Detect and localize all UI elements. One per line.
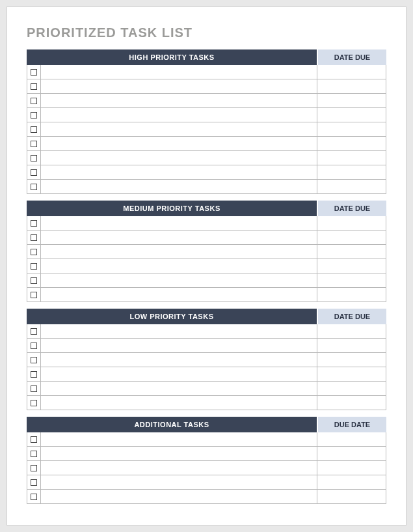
checkbox-cell[interactable]: [27, 180, 41, 193]
checkbox-icon: [31, 112, 37, 119]
date-cell[interactable]: [317, 180, 386, 193]
date-cell[interactable]: [317, 461, 386, 475]
checkbox-icon: [31, 263, 37, 270]
header-row: LOW PRIORITY TASKS DATE DUE: [27, 309, 386, 324]
checkbox-cell[interactable]: [27, 108, 41, 122]
task-cell[interactable]: [41, 231, 317, 244]
task-cell[interactable]: [41, 65, 317, 79]
checkbox-cell[interactable]: [27, 259, 41, 273]
date-cell[interactable]: [317, 79, 386, 93]
date-cell[interactable]: [317, 94, 386, 107]
task-cell[interactable]: [41, 108, 317, 122]
date-cell[interactable]: [317, 231, 386, 244]
checkbox-cell[interactable]: [27, 396, 41, 410]
date-cell[interactable]: [317, 382, 386, 395]
task-header: MEDIUM PRIORITY TASKS: [27, 201, 318, 216]
checkbox-cell[interactable]: [27, 151, 41, 165]
task-cell[interactable]: [41, 165, 317, 179]
date-cell[interactable]: [317, 108, 386, 122]
date-cell[interactable]: [317, 273, 386, 287]
checkbox-cell[interactable]: [27, 165, 41, 179]
checkbox-cell[interactable]: [27, 353, 41, 367]
date-cell[interactable]: [317, 396, 386, 410]
section-additional: ADDITIONAL TASKS DUE DATE: [27, 417, 386, 504]
table-row: [27, 475, 386, 490]
task-cell[interactable]: [41, 273, 317, 287]
task-cell[interactable]: [41, 475, 317, 489]
task-cell[interactable]: [41, 79, 317, 93]
date-cell[interactable]: [317, 288, 386, 301]
checkbox-icon: [31, 400, 37, 406]
date-cell[interactable]: [317, 245, 386, 259]
date-cell[interactable]: [317, 353, 386, 367]
task-cell[interactable]: [41, 259, 317, 273]
checkbox-cell[interactable]: [27, 245, 41, 259]
task-cell[interactable]: [41, 353, 317, 367]
checkbox-icon: [31, 436, 37, 443]
task-cell[interactable]: [41, 324, 317, 338]
checkbox-cell[interactable]: [27, 231, 41, 244]
checkbox-cell[interactable]: [27, 432, 41, 446]
date-cell[interactable]: [317, 367, 386, 381]
task-header: ADDITIONAL TASKS: [27, 417, 318, 432]
checkbox-cell[interactable]: [27, 273, 41, 287]
task-cell[interactable]: [41, 137, 317, 150]
task-cell[interactable]: [41, 461, 317, 475]
task-cell[interactable]: [41, 122, 317, 136]
rows: [27, 324, 386, 410]
date-header: DUE DATE: [318, 417, 386, 432]
date-cell[interactable]: [317, 165, 386, 179]
checkbox-cell[interactable]: [27, 65, 41, 79]
task-cell[interactable]: [41, 339, 317, 352]
checkbox-cell[interactable]: [27, 288, 41, 301]
task-cell[interactable]: [41, 180, 317, 193]
task-cell[interactable]: [41, 367, 317, 381]
date-cell[interactable]: [317, 324, 386, 338]
task-cell[interactable]: [41, 94, 317, 107]
date-cell[interactable]: [317, 259, 386, 273]
checkbox-icon: [31, 479, 37, 486]
page-wrap: PRIORITIZED TASK LIST HIGH PRIORITY TASK…: [0, 0, 413, 532]
checkbox-cell[interactable]: [27, 339, 41, 352]
checkbox-cell[interactable]: [27, 122, 41, 136]
table-row: [27, 245, 386, 259]
date-cell[interactable]: [317, 137, 386, 150]
header-row: ADDITIONAL TASKS DUE DATE: [27, 417, 386, 432]
date-cell[interactable]: [317, 122, 386, 136]
task-cell[interactable]: [41, 151, 317, 165]
task-cell[interactable]: [41, 216, 317, 230]
table-row: [27, 180, 386, 194]
table-row: [27, 79, 386, 94]
task-cell[interactable]: [41, 245, 317, 259]
checkbox-cell[interactable]: [27, 490, 41, 503]
date-cell[interactable]: [317, 216, 386, 230]
checkbox-cell[interactable]: [27, 137, 41, 150]
task-cell[interactable]: [41, 490, 317, 503]
task-cell[interactable]: [41, 396, 317, 410]
date-cell[interactable]: [317, 339, 386, 352]
checkbox-cell[interactable]: [27, 216, 41, 230]
date-cell[interactable]: [317, 475, 386, 489]
checkbox-cell[interactable]: [27, 367, 41, 381]
header-row: HIGH PRIORITY TASKS DATE DUE: [27, 49, 386, 65]
checkbox-cell[interactable]: [27, 447, 41, 460]
date-cell[interactable]: [317, 151, 386, 165]
task-cell[interactable]: [41, 382, 317, 395]
checkbox-cell[interactable]: [27, 79, 41, 93]
checkbox-icon: [31, 83, 37, 90]
table-row: [27, 273, 386, 288]
date-cell[interactable]: [317, 490, 386, 503]
checkbox-icon: [31, 371, 37, 378]
table-row: [27, 231, 386, 245]
date-cell[interactable]: [317, 447, 386, 460]
task-cell[interactable]: [41, 288, 317, 301]
checkbox-cell[interactable]: [27, 382, 41, 395]
task-cell[interactable]: [41, 432, 317, 446]
checkbox-cell[interactable]: [27, 94, 41, 107]
date-cell[interactable]: [317, 65, 386, 79]
checkbox-cell[interactable]: [27, 324, 41, 338]
checkbox-cell[interactable]: [27, 461, 41, 475]
date-cell[interactable]: [317, 432, 386, 446]
task-cell[interactable]: [41, 447, 317, 460]
checkbox-cell[interactable]: [27, 475, 41, 489]
